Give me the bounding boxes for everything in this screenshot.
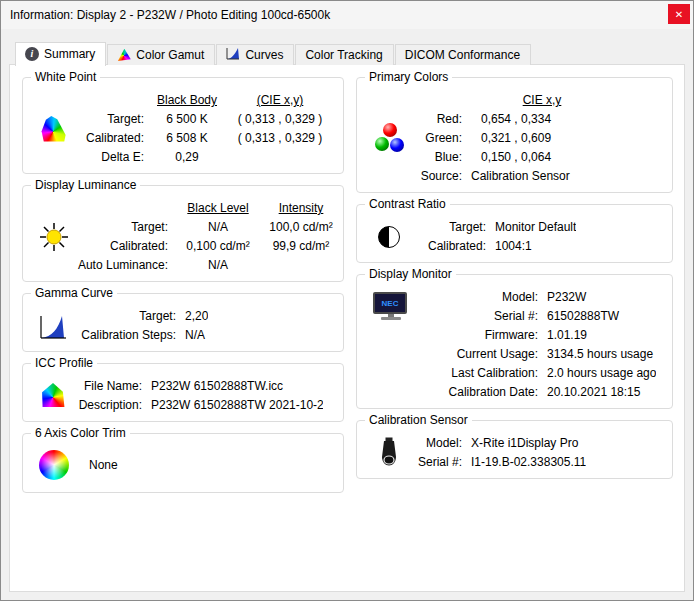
left-column: White Point Black Body (CIE x,y) Target:… [22,77,344,581]
red-ball-icon [383,123,397,137]
color-wheel-icon [39,450,69,480]
cs-model-label: Model: [413,434,467,453]
luminance-col1-header: Black Level [173,199,263,218]
dm-serial-label: Serial #: [417,307,543,326]
wp-delta-e-label: Delta E: [77,148,149,167]
contrast-icon [378,226,400,248]
cr-target-value: Monitor Default [491,218,576,237]
summary-tab-panel: White Point Black Body (CIE x,y) Target:… [9,64,685,592]
white-point-col1-header: Black Body [149,91,225,110]
green-ball-icon [375,137,389,151]
dl-calibrated-label: Calibrated: [77,237,173,256]
dm-last-cal-value: 2.0 hours usage ago [543,364,656,383]
display-monitor-title: Display Monitor [365,267,456,281]
wp-delta-e-value: 0,29 [149,148,225,167]
dl-target-label: Target: [77,218,173,237]
tabstrip: i Summary Color Gamut Curves Color Track… [15,42,685,65]
tab-color-gamut[interactable]: Color Gamut [107,44,215,65]
wp-target-xy: ( 0,313 , 0,329 ) [225,110,335,129]
gamma-target-value: 2,20 [181,307,208,326]
gamma-steps-value: N/A [181,326,208,345]
right-column: Primary Colors CIE x,y Red [356,77,673,581]
information-dialog: Information: Display 2 - P232W / Photo E… [0,0,694,601]
cs-serial-value: I1-19.B-02.338305.11 [467,453,586,472]
dm-cal-date-label: Calibration Date: [417,383,543,402]
sun-icon [39,222,69,252]
wp-target-label: Target: [77,110,149,129]
close-button[interactable]: ✕ [668,4,690,24]
dl-auto-label: Auto Luminance: [77,256,173,275]
icc-desc-label: Description: [75,396,147,415]
close-icon: ✕ [675,9,683,20]
tab-color-tracking[interactable]: Color Tracking [295,44,393,65]
gamma-curve-title: Gamma Curve [31,286,117,300]
icc-profile-title: ICC Profile [31,356,97,370]
info-icon: i [25,47,39,61]
tab-label: Color Tracking [305,48,382,62]
dl-calibrated-intensity: 99,9 cd/m² [263,237,339,256]
dm-usage-label: Current Usage: [417,345,543,364]
white-point-col2-header: (CIE x,y) [225,91,335,110]
six-axis-title: 6 Axis Color Trim [31,426,130,440]
color-gamut-icon [117,49,131,62]
tab-label: Summary [44,47,95,61]
contrast-ratio-group: Contrast Ratio Target: Monitor Default C… [356,204,673,263]
pc-green-label: Green: [417,129,467,148]
cr-target-label: Target: [413,218,491,237]
calibration-sensor-title: Calibration Sensor [365,413,472,427]
display-luminance-group: Display Luminance [22,185,344,282]
dm-firmware-value: 1.01.19 [543,326,656,345]
luminance-col2-header: Intensity [263,199,339,218]
dl-target-intensity: 100,0 cd/m² [263,218,339,237]
primary-colors-title: Primary Colors [365,70,452,84]
pc-blue-value: 0,150 , 0,064 [467,148,617,167]
nec-logo: NEC [382,299,399,308]
pc-green-value: 0,321 , 0,609 [467,129,617,148]
gamma-target-label: Target: [75,307,181,326]
dm-serial-value: 61502888TW [543,307,656,326]
icc-profile-group: ICC Profile File Name: P232W 61502888TW.… [22,363,344,422]
tab-label: Color Gamut [136,48,204,62]
icc-profile-icon [40,383,66,409]
cie-diagram-icon [41,116,68,143]
pc-source-value: Calibration Sensor [467,167,617,186]
tab-curves[interactable]: Curves [216,44,294,65]
blue-ball-icon [390,138,404,152]
dm-firmware-label: Firmware: [417,326,543,345]
contrast-ratio-title: Contrast Ratio [365,197,450,211]
calibration-sensor-group: Calibration Sensor Model: X-Rite i1Displ… [356,420,673,479]
monitor-icon: NEC [373,292,409,320]
cs-serial-label: Serial #: [413,453,467,472]
wp-calibrated-kelvin: 6 508 K [149,129,225,148]
rgb-balls-icon [375,123,407,155]
dm-last-cal-label: Last Calibration: [417,364,543,383]
display-luminance-title: Display Luminance [31,178,140,192]
gamma-curve-icon [38,313,68,340]
titlebar: Information: Display 2 - P232W / Photo E… [1,1,693,29]
pc-source-label: Source: [417,167,467,186]
gamma-curve-group: Gamma Curve Target: 2,20 Ca [22,293,344,352]
dm-usage-value: 3134.5 hours usage [543,345,656,364]
tab-label: DICOM Conformance [405,48,520,62]
window-title: Information: Display 2 - P232W / Photo E… [10,8,330,22]
pc-red-value: 0,654 , 0,334 [467,110,617,129]
dialog-body: i Summary Color Gamut Curves Color Track… [1,29,693,600]
icc-file-name: P232W 61502888TW.icc [147,377,323,396]
tab-dicom-conformance[interactable]: DICOM Conformance [395,44,531,65]
tab-summary[interactable]: i Summary [15,42,106,66]
pc-blue-label: Blue: [417,148,467,167]
sensor-puck-icon [379,437,399,470]
dl-target-black: N/A [173,218,263,237]
display-monitor-group: Display Monitor NEC Model: P232W [356,274,673,409]
dm-model-label: Model: [417,288,543,307]
dl-calibrated-black: 0,100 cd/m² [173,237,263,256]
pc-red-label: Red: [417,110,467,129]
white-point-title: White Point [31,70,100,84]
primary-colors-group: Primary Colors CIE x,y Red [356,77,673,193]
cr-calibrated-label: Calibrated: [413,237,491,256]
curves-icon [226,47,240,63]
cs-model-value: X-Rite i1Display Pro [467,434,586,453]
wp-calibrated-xy: ( 0,313 , 0,329 ) [225,129,335,148]
white-point-group: White Point Black Body (CIE x,y) Target:… [22,77,344,174]
dm-model-value: P232W [543,288,656,307]
